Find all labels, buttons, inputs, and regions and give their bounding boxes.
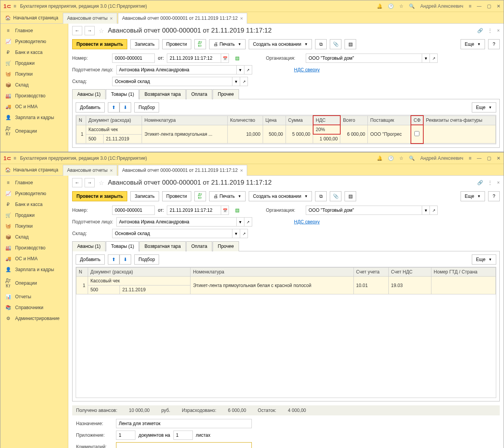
dt-kt-button[interactable]: ДтКт [194,39,206,49]
sidebar-item[interactable]: ≡Главное [0,177,68,188]
star-icon[interactable]: ☆ [399,3,404,9]
related-button[interactable]: ⧉ [315,191,327,201]
sidebar-item[interactable]: ДтКтОперации [0,123,68,139]
tab-returnable[interactable]: Возвратная тара [139,89,186,99]
sidebar-item[interactable]: 🚚ОС и НМА [0,101,68,112]
tab-list[interactable]: Авансовые отчеты× [63,13,117,24]
dropdown-icon[interactable]: ▼ [237,65,244,74]
move-down-button[interactable]: ⬇ [120,254,131,265]
move-up-button[interactable]: ⬆ [108,102,120,112]
sidebar-item[interactable]: 📚Справочники [0,302,68,313]
settings-icon[interactable]: ≡ [469,3,471,9]
dropdown-icon[interactable]: ▼ [232,229,240,238]
vat-link[interactable]: НДС сверху [294,67,320,73]
report-button[interactable]: ▤ [345,191,356,201]
add-button[interactable]: Добавить [76,102,105,112]
print-button[interactable]: 🖨 Печать▼ [209,39,246,49]
tab-advances[interactable]: Авансы (1) [72,89,106,99]
post-button[interactable]: Провести [162,39,191,49]
move-up-button[interactable]: ⬆ [108,254,120,265]
tab-close-icon[interactable]: × [240,16,243,21]
open-icon[interactable]: ↗ [244,65,252,74]
related-button[interactable]: ⧉ [315,39,327,49]
tab-close-icon[interactable]: × [240,168,243,173]
tab-list[interactable]: Авансовые отчеты× [63,165,117,176]
table-row[interactable]: 1 Кассовый чек Этикет-лента прямоугольна… [76,277,496,285]
tab-payment[interactable]: Оплата [186,241,212,251]
tab-advances[interactable]: Авансы (1) [72,241,106,251]
post-and-close-button[interactable]: Провести и закрыть [72,191,127,201]
link-icon[interactable]: 🔗 [477,180,483,185]
sidebar-item[interactable]: 🛒Продажи [0,210,68,221]
docs-count-field[interactable] [116,431,135,440]
tab-document[interactable]: Авансовый отчет 0000-000001 от 21.11.201… [118,165,248,176]
forward-button[interactable]: → [85,26,95,35]
post-button[interactable]: Провести [162,191,191,201]
open-icon[interactable]: ↗ [240,229,248,238]
history-icon[interactable]: 🕑 [388,3,394,9]
menu-icon[interactable]: ≡ [14,156,16,161]
post-and-close-button[interactable]: Провести и закрыть [72,39,127,49]
dropdown-icon[interactable]: ▼ [422,206,430,215]
minimize-icon[interactable]: — [477,156,481,161]
date-field[interactable] [167,206,221,215]
close-panel-icon[interactable]: × [497,28,500,33]
home-tab[interactable]: 🏠Начальная страница [0,164,63,175]
table-row[interactable]: 1 Кассовый чек Этикет-лента прямоугольна… [76,125,496,134]
close-icon[interactable]: ✕ [497,3,501,9]
more-button[interactable]: Еще▼ [461,39,485,49]
menu-icon[interactable]: ≡ [14,3,16,9]
search-icon[interactable]: 🔍 [409,156,415,161]
maximize-icon[interactable]: ▢ [487,156,491,161]
save-button[interactable]: Записать [130,191,159,201]
print-button[interactable]: 🖨 Печать▼ [209,191,246,201]
help-button[interactable]: ? [488,191,500,201]
close-icon[interactable]: ✕ [497,156,501,161]
sidebar-item[interactable]: ≡Главное [0,25,68,36]
settings-icon[interactable]: ≡ [469,156,471,161]
kebab-icon[interactable]: ⋮ [488,180,492,185]
attach-button[interactable]: 📎 [330,191,341,201]
sidebar-item[interactable]: 👤Зарплата и кадры [0,112,68,123]
sidebar-item[interactable]: 🛒Продажи [0,58,68,69]
calendar-icon[interactable]: 📅 [221,206,229,215]
link-icon[interactable]: 🔗 [477,28,483,33]
sidebar-item[interactable]: 🏭Производство [0,242,68,253]
tab-returnable[interactable]: Возвратная тара [139,241,186,251]
sf-checkbox[interactable] [414,131,419,136]
report-button[interactable]: ▤ [345,39,356,49]
move-down-button[interactable]: ⬇ [120,102,131,112]
back-button[interactable]: ← [72,26,82,35]
sidebar-item[interactable]: 📦Склад [0,80,68,90]
comment-field[interactable] [116,442,252,448]
person-field[interactable] [116,65,237,74]
dropdown-icon[interactable]: ▼ [232,77,240,86]
person-field[interactable] [116,217,237,227]
star-icon[interactable]: ☆ [399,156,404,161]
sidebar-item[interactable]: 🚚ОС и НМА [0,253,68,264]
maximize-icon[interactable]: ▢ [487,3,491,9]
tab-goods[interactable]: Товары (1) [106,241,139,251]
sidebar-item[interactable]: 📊Отчеты [0,291,68,302]
tab-other[interactable]: Прочее [213,89,239,99]
open-icon[interactable]: ↗ [240,77,248,86]
back-button[interactable]: ← [72,178,82,187]
goods-grid-2[interactable]: N Документ (расхода) Номенклатура Счет у… [76,267,496,398]
save-button[interactable]: Записать [130,39,159,49]
minimize-icon[interactable]: — [477,3,481,9]
add-button[interactable]: Добавить [76,254,105,265]
favorite-icon[interactable]: ☆ [99,179,104,187]
stock-field[interactable] [112,77,232,86]
bell-icon[interactable]: 🔔 [377,3,383,9]
favorite-icon[interactable]: ☆ [99,27,104,35]
kebab-icon[interactable]: ⋮ [488,28,492,33]
tab-payment[interactable]: Оплата [186,89,212,99]
dropdown-icon[interactable]: ▼ [422,54,430,63]
number-field[interactable] [112,54,155,63]
sidebar-item[interactable]: ₽Банк и касса [0,47,68,58]
sidebar-item[interactable]: 🏭Производство [0,90,68,101]
tab-other[interactable]: Прочее [213,241,239,251]
open-icon[interactable]: ↗ [244,217,252,227]
sidebar-item[interactable]: 📈Руководителю [0,188,68,199]
sidebar-item[interactable]: ₽Банк и касса [0,199,68,210]
